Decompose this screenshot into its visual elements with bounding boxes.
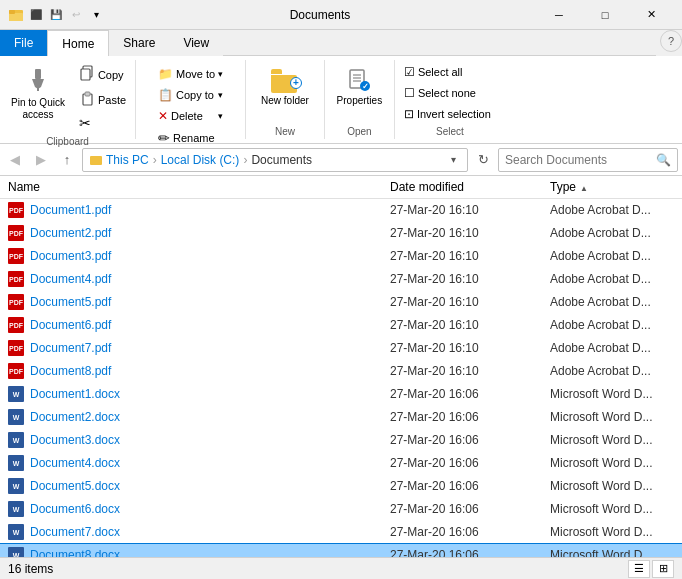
table-row[interactable]: W Document4.docx 27-Mar-20 16:06 Microso… bbox=[0, 452, 682, 475]
open-group-label: Open bbox=[329, 124, 390, 137]
copy-button[interactable]: Copy bbox=[74, 62, 131, 87]
file-name[interactable]: PDF Document3.pdf bbox=[0, 246, 382, 266]
paste-button[interactable]: Paste bbox=[74, 87, 131, 112]
pdf-icon: PDF bbox=[8, 340, 24, 356]
file-name[interactable]: W Document5.docx bbox=[0, 476, 382, 496]
table-row[interactable]: PDF Document7.pdf 27-Mar-20 16:10 Adobe … bbox=[0, 337, 682, 360]
file-name[interactable]: W Document8.docx bbox=[0, 545, 382, 557]
dropdown-icon[interactable]: ▾ bbox=[88, 7, 104, 23]
file-type: Microsoft Word D... bbox=[542, 408, 682, 426]
new-folder-button[interactable]: + New folder bbox=[254, 62, 316, 112]
file-type: Microsoft Word D... bbox=[542, 546, 682, 557]
file-name[interactable]: PDF Document7.pdf bbox=[0, 338, 382, 358]
pin-to-quick-access-button[interactable]: Pin to Quickaccess bbox=[4, 62, 72, 126]
file-name[interactable]: PDF Document6.pdf bbox=[0, 315, 382, 335]
large-icons-view-button[interactable]: ⊞ bbox=[652, 560, 674, 578]
properties-icon: ✓ bbox=[345, 67, 373, 93]
up-button[interactable]: ↑ bbox=[56, 149, 78, 171]
select-none-button[interactable]: ☐ Select none bbox=[399, 83, 501, 103]
pdf-icon: PDF bbox=[8, 317, 24, 333]
col-header-name[interactable]: Name bbox=[0, 178, 382, 196]
file-name[interactable]: PDF Document4.pdf bbox=[0, 269, 382, 289]
new-folder-icon: + bbox=[271, 67, 299, 93]
copy-to-dropdown-icon[interactable]: ▾ bbox=[218, 90, 223, 100]
table-row[interactable]: W Document6.docx 27-Mar-20 16:06 Microso… bbox=[0, 498, 682, 521]
file-name[interactable]: W Document1.docx bbox=[0, 384, 382, 404]
table-row[interactable]: W Document8.docx 27-Mar-20 16:06 Microso… bbox=[0, 544, 682, 557]
clipboard-content: Pin to Quickaccess Copy bbox=[4, 62, 131, 134]
file-type: Adobe Acrobat D... bbox=[542, 201, 682, 219]
pin-icon bbox=[26, 67, 50, 95]
ribbon-tabs: File Home Share View ? bbox=[0, 30, 682, 56]
table-row[interactable]: PDF Document1.pdf 27-Mar-20 16:10 Adobe … bbox=[0, 199, 682, 222]
table-row[interactable]: PDF Document8.pdf 27-Mar-20 16:10 Adobe … bbox=[0, 360, 682, 383]
clipboard-label: Clipboard bbox=[46, 134, 89, 147]
move-dropdown-icon[interactable]: ▾ bbox=[218, 69, 223, 79]
delete-button[interactable]: ✕ Delete ▾ bbox=[153, 106, 228, 126]
breadcrumb-dropdown[interactable]: ▾ bbox=[445, 148, 461, 172]
table-row[interactable]: PDF Document5.pdf 27-Mar-20 16:10 Adobe … bbox=[0, 291, 682, 314]
breadcrumb-bar: This PC › Local Disk (C:) › Documents ▾ bbox=[82, 148, 468, 172]
invert-selection-button[interactable]: ⊡ Invert selection bbox=[399, 104, 501, 124]
copy-to-button[interactable]: 📋 Copy to ▾ bbox=[153, 85, 228, 105]
scissors-button[interactable]: ✂ bbox=[74, 112, 131, 134]
table-row[interactable]: PDF Document6.pdf 27-Mar-20 16:10 Adobe … bbox=[0, 314, 682, 337]
file-type: Microsoft Word D... bbox=[542, 385, 682, 403]
window-title: Documents bbox=[248, 8, 392, 22]
file-name[interactable]: PDF Document2.pdf bbox=[0, 223, 382, 243]
file-date: 27-Mar-20 16:06 bbox=[382, 500, 542, 518]
paste-label: Paste bbox=[98, 94, 126, 106]
title-bar-icons: ⬛ 💾 ↩ ▾ bbox=[8, 7, 104, 23]
column-headers: Name Date modified Type bbox=[0, 176, 682, 199]
tab-file[interactable]: File bbox=[0, 30, 47, 56]
breadcrumb-local-disk[interactable]: Local Disk (C:) bbox=[161, 153, 240, 167]
new-group: + New folder New bbox=[246, 60, 325, 139]
table-row[interactable]: PDF Document4.pdf 27-Mar-20 16:10 Adobe … bbox=[0, 268, 682, 291]
col-header-date[interactable]: Date modified bbox=[382, 178, 542, 196]
sort-indicator bbox=[580, 180, 588, 194]
pdf-icon: PDF bbox=[8, 248, 24, 264]
file-type: Adobe Acrobat D... bbox=[542, 316, 682, 334]
maximize-button[interactable]: □ bbox=[582, 0, 628, 30]
table-row[interactable]: W Document5.docx 27-Mar-20 16:06 Microso… bbox=[0, 475, 682, 498]
file-date: 27-Mar-20 16:06 bbox=[382, 477, 542, 495]
table-row[interactable]: W Document2.docx 27-Mar-20 16:06 Microso… bbox=[0, 406, 682, 429]
col-header-type[interactable]: Type bbox=[542, 178, 682, 196]
delete-dropdown-icon[interactable]: ▾ bbox=[218, 111, 223, 121]
search-input[interactable] bbox=[505, 153, 652, 167]
rename-label: Rename bbox=[173, 132, 215, 144]
file-name[interactable]: W Document4.docx bbox=[0, 453, 382, 473]
minimize-button[interactable]: ─ bbox=[536, 0, 582, 30]
file-name[interactable]: PDF Document8.pdf bbox=[0, 361, 382, 381]
file-name[interactable]: W Document3.docx bbox=[0, 430, 382, 450]
search-box[interactable]: 🔍 bbox=[498, 148, 678, 172]
file-name[interactable]: W Document6.docx bbox=[0, 499, 382, 519]
move-to-button[interactable]: 📁 Move to ▾ bbox=[153, 64, 228, 84]
details-view-button[interactable]: ☰ bbox=[628, 560, 650, 578]
table-row[interactable]: W Document1.docx 27-Mar-20 16:06 Microso… bbox=[0, 383, 682, 406]
file-name[interactable]: W Document7.docx bbox=[0, 522, 382, 542]
table-row[interactable]: W Document7.docx 27-Mar-20 16:06 Microso… bbox=[0, 521, 682, 544]
refresh-button[interactable]: ↻ bbox=[472, 149, 494, 171]
rename-button[interactable]: ✏ Rename bbox=[153, 127, 228, 149]
copy-label: Copy bbox=[98, 69, 124, 81]
file-name[interactable]: PDF Document1.pdf bbox=[0, 200, 382, 220]
file-name[interactable]: PDF Document5.pdf bbox=[0, 292, 382, 312]
properties-button[interactable]: ✓ Properties bbox=[330, 62, 390, 111]
table-row[interactable]: PDF Document3.pdf 27-Mar-20 16:10 Adobe … bbox=[0, 245, 682, 268]
breadcrumb-this-pc[interactable]: This PC bbox=[106, 153, 149, 167]
help-button[interactable]: ? bbox=[660, 30, 682, 52]
docx-icon: W bbox=[8, 432, 24, 448]
properties-label: Properties bbox=[337, 95, 383, 106]
table-row[interactable]: W Document3.docx 27-Mar-20 16:06 Microso… bbox=[0, 429, 682, 452]
select-all-button[interactable]: ☑ Select all bbox=[399, 62, 501, 82]
tab-share[interactable]: Share bbox=[109, 30, 169, 56]
file-date: 27-Mar-20 16:10 bbox=[382, 339, 542, 357]
tab-home[interactable]: Home bbox=[47, 30, 109, 56]
invert-icon: ⊡ bbox=[404, 107, 414, 121]
pdf-icon: PDF bbox=[8, 363, 24, 379]
tab-view[interactable]: View bbox=[169, 30, 223, 56]
file-name[interactable]: W Document2.docx bbox=[0, 407, 382, 427]
close-button[interactable]: ✕ bbox=[628, 0, 674, 30]
table-row[interactable]: PDF Document2.pdf 27-Mar-20 16:10 Adobe … bbox=[0, 222, 682, 245]
